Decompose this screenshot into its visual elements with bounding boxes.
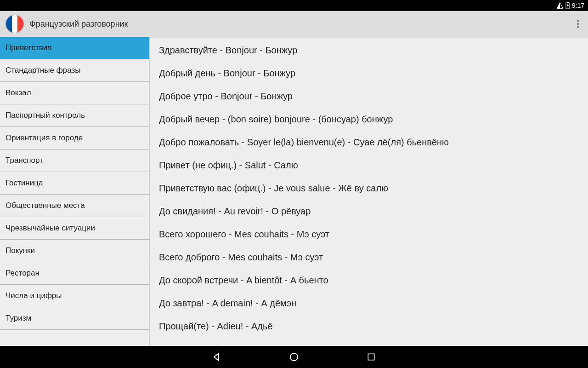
phrase-row[interactable]: Прощай(те) - Adieu! - Адьё bbox=[150, 316, 588, 339]
sidebar-item[interactable]: Транспорт bbox=[0, 150, 149, 172]
svg-point-2 bbox=[290, 353, 298, 361]
battery-icon bbox=[565, 2, 570, 9]
navigation-bar bbox=[0, 346, 588, 368]
phrase-row[interactable]: Привет (не офиц.) - Salut - Салю bbox=[150, 155, 588, 178]
phrase-row[interactable]: До завтра! - A demain! - А дёмэн bbox=[150, 293, 588, 316]
category-sidebar[interactable]: ПриветствияСтандартные фразыВокзалПаспор… bbox=[0, 37, 150, 346]
sidebar-item[interactable]: Покупки bbox=[0, 240, 149, 262]
sidebar-item[interactable]: Чрезвычайные ситуации bbox=[0, 217, 149, 240]
sidebar-item[interactable]: Общественные места bbox=[0, 195, 149, 217]
svg-rect-3 bbox=[368, 354, 374, 360]
phrase-row[interactable]: До скорой встречи - A bientôt - А бьенто bbox=[150, 270, 588, 293]
sidebar-item[interactable]: Приветствия bbox=[0, 37, 149, 59]
phrase-row[interactable]: Добрый вечер - (bon soire) bonjoure - (б… bbox=[150, 109, 588, 132]
svg-rect-1 bbox=[567, 2, 569, 3]
sidebar-item[interactable]: Туризм bbox=[0, 307, 149, 330]
action-bar: Французский разговорник bbox=[0, 11, 588, 37]
nav-home-button[interactable] bbox=[288, 351, 300, 363]
signal-icon bbox=[556, 2, 564, 9]
sidebar-item[interactable]: Вокзал bbox=[0, 82, 149, 104]
sidebar-item[interactable]: Ресторан bbox=[0, 262, 149, 285]
phrase-row[interactable]: До свидания! - Au revoir! - О рёвуар bbox=[150, 201, 588, 224]
overflow-menu-button[interactable] bbox=[573, 16, 582, 32]
phrase-row[interactable]: Здравствуйте - Bonjour - Бонжур bbox=[150, 40, 588, 63]
app-icon bbox=[6, 15, 24, 33]
sidebar-item[interactable]: Стандартные фразы bbox=[0, 59, 149, 82]
phrase-row[interactable]: Всего доброго - Mes couhaits - Мэ суэт bbox=[150, 247, 588, 270]
phrase-row[interactable]: Доброе утро - Bonjour - Бонжур bbox=[150, 86, 588, 109]
phrase-row[interactable]: Всего хорошего - Mes couhaits - Мэ суэт bbox=[150, 224, 588, 247]
content-area: ПриветствияСтандартные фразыВокзалПаспор… bbox=[0, 37, 588, 346]
sidebar-item[interactable]: Гостиница bbox=[0, 172, 149, 195]
nav-back-button[interactable] bbox=[210, 351, 223, 363]
phrase-row[interactable]: Приветствую вас (офиц.) - Je vous salue … bbox=[150, 178, 588, 201]
sidebar-item[interactable]: Паспортный контроль bbox=[0, 104, 149, 127]
status-time: 9:17 bbox=[572, 2, 584, 9]
sidebar-item[interactable]: Числа и цифры bbox=[0, 285, 149, 307]
nav-recent-button[interactable] bbox=[365, 351, 378, 363]
app-title: Французский разговорник bbox=[29, 19, 128, 29]
status-bar: 9:17 bbox=[0, 0, 588, 11]
sidebar-item[interactable]: Ориентация в городе bbox=[0, 127, 149, 150]
phrase-list[interactable]: Здравствуйте - Bonjour - БонжурДобрый де… bbox=[150, 37, 588, 346]
phrase-row[interactable]: Добрый день - Bonjour - Бонжур bbox=[150, 63, 588, 86]
phrase-row[interactable]: Добро пожаловать - Soyer le(la) bienvenu… bbox=[150, 132, 588, 155]
